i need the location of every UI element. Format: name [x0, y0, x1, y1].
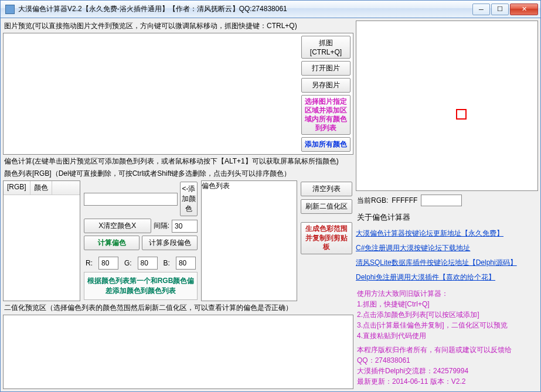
- usage-line: 4.直接粘贴到代码使用: [357, 330, 537, 341]
- clear-color-button[interactable]: X清空颜色X: [84, 219, 151, 233]
- usage-line: 最新更新：2014-06-11 版本：V2.2: [357, 376, 537, 387]
- preview-label: 图片预览(可以直接拖动图片文件到预览区，方向键可以微调鼠标移动，抓图快捷键：CT…: [3, 21, 353, 32]
- titlebar[interactable]: 大漠偏色计算器V2.2【永久免费-浴火插件通用】【作者：清风抚断云】QQ:274…: [1, 1, 540, 18]
- left-panel: 图片预览(可以直接拖动图片文件到预览区，方向键可以微调鼠标移动，抓图快捷键：CT…: [3, 21, 353, 389]
- usage-line: QQ：274838061: [357, 355, 537, 366]
- refresh-bin-button[interactable]: 刷新二值化区: [301, 199, 352, 214]
- deviation-header: 偏色列表: [202, 181, 297, 191]
- usage-line: 本程序版权归作者所有，有问题或建议可以反馈给: [357, 345, 537, 355]
- minimize-button[interactable]: ─: [472, 4, 490, 15]
- maximize-button[interactable]: ☐: [491, 4, 509, 15]
- add-all-colors-button[interactable]: 添加所有颜色: [301, 137, 351, 152]
- close-button[interactable]: ✕: [510, 4, 538, 15]
- right-panel: 当前RGB: FFFFFF 关于偏色计算器 大漠偏色计算器按键论坛更新地址【永久…: [356, 21, 538, 389]
- save-image-button[interactable]: 另存图片: [301, 78, 351, 93]
- usage-line: 2.点击添加颜色到列表[可以按区域添加]: [357, 309, 537, 320]
- add-color-button[interactable]: <-添加颜色: [180, 182, 198, 216]
- link-1[interactable]: 大漠偏色计算器按键论坛更新地址【永久免费】: [356, 227, 538, 240]
- calc-multi-button[interactable]: 计算多段偏色: [142, 236, 198, 250]
- col-rgb[interactable]: [RGB]: [4, 181, 30, 195]
- link-3[interactable]: 清风SQLite数据库插件按键论坛地址【Delphi源码】: [356, 257, 538, 269]
- select-region-button[interactable]: 选择图片指定区域并添加区域内所有颜色到列表: [301, 95, 351, 135]
- binarize-preview[interactable]: [3, 315, 353, 389]
- color-list-header: [RGB] 颜色: [4, 181, 80, 195]
- capture-button[interactable]: 抓图[CTRL+Q]: [301, 36, 351, 59]
- preview-buttons: 抓图[CTRL+Q] 打开图片 另存图片 选择图片指定区域并添加区域内所有颜色到…: [299, 33, 353, 154]
- rgb-offsets: R: G: B:: [84, 257, 198, 270]
- list-hint-label: 颜色列表[RGB]（Del键可直接删除，可按Ctrl或者Shift键多选删除，点…: [3, 168, 353, 179]
- interval-label: 间隔:: [154, 221, 169, 231]
- color-list[interactable]: [RGB] 颜色: [3, 180, 80, 301]
- app-window: 大漠偏色计算器V2.2【永久免费-浴火插件通用】【作者：清风抚断云】QQ:274…: [0, 0, 541, 392]
- usage-line: 使用方法大致同旧版计算器：: [357, 288, 537, 299]
- window-title: 大漠偏色计算器V2.2【永久免费-浴火插件通用】【作者：清风抚断云】QQ:274…: [18, 4, 471, 14]
- deviation-list[interactable]: 偏色列表: [201, 180, 297, 301]
- usage-line: 1.抓图，快捷键[Ctrl+Q]: [357, 299, 537, 309]
- rgb-hint-button[interactable]: 根据颜色列表第一个和RGB颜色偏差添加颜色到颜色列表: [84, 272, 198, 300]
- app-icon: [5, 5, 15, 14]
- link-2[interactable]: C#免注册调用大漠按键论坛下载地址: [356, 242, 538, 254]
- usage-text: 使用方法大致同旧版计算器： 1.抓图，快捷键[Ctrl+Q] 2.点击添加颜色到…: [356, 286, 538, 389]
- interval-input[interactable]: [172, 220, 198, 233]
- gen-range-button[interactable]: 生成色彩范围并复制到剪贴板: [301, 222, 352, 254]
- usage-line: 3.点击[计算最佳偏色并复制]，二值化区可以预览: [357, 320, 537, 330]
- g-input[interactable]: [138, 257, 158, 270]
- image-preview-area: 抓图[CTRL+Q] 打开图片 另存图片 选择图片指定区域并添加区域内所有颜色到…: [3, 33, 353, 155]
- magnifier-preview[interactable]: [356, 21, 538, 191]
- col-deviation[interactable]: 偏色列表: [202, 182, 230, 190]
- current-rgb-label: 当前RGB:: [357, 196, 388, 206]
- g-label: G:: [124, 259, 132, 267]
- image-preview[interactable]: [4, 33, 299, 154]
- usage-line: 大漠插件Delphi交流群：242579994: [357, 366, 537, 376]
- calc-deviation-button[interactable]: 计算偏色: [84, 236, 139, 250]
- middle-row: [RGB] 颜色 <-添加颜色 X清空颜色X 间隔: 计算: [3, 180, 353, 301]
- crosshair-icon: [456, 109, 467, 120]
- calc-hint-label: 偏色计算(左键单击图片预览区可添加颜色到列表，或者鼠标移动按下【ALT+1】可以…: [3, 156, 353, 167]
- color-input[interactable]: [84, 193, 178, 206]
- about-label: 关于偏色计算器: [356, 210, 538, 225]
- current-rgb-value: FFFFFF: [392, 196, 417, 204]
- b-input[interactable]: [176, 257, 196, 270]
- r-input[interactable]: [98, 257, 118, 270]
- controls-column: <-添加颜色 X清空颜色X 间隔: 计算偏色 计算多段偏色 R:: [83, 180, 199, 301]
- current-rgb-row: 当前RGB: FFFFFF: [356, 193, 538, 207]
- col-color[interactable]: 颜色: [30, 181, 52, 195]
- current-color-swatch: [421, 195, 462, 206]
- client-area: 图片预览(可以直接拖动图片文件到预览区，方向键可以微调鼠标移动，抓图快捷键：CT…: [1, 18, 540, 391]
- open-image-button[interactable]: 打开图片: [301, 61, 351, 76]
- link-4[interactable]: Delphi免注册调用大漠插件【喜欢的给个花】: [356, 271, 538, 284]
- bin-hint-label: 二值化预览区（选择偏色列表的颜色范围然后刷新二值化区，可以查看计算的偏色是否正确…: [3, 302, 353, 313]
- b-label: B:: [164, 259, 170, 267]
- clear-list-button[interactable]: 清空列表: [301, 182, 352, 196]
- side-buttons: 清空列表 刷新二值化区 生成色彩范围并复制到剪贴板: [300, 180, 353, 301]
- r-label: R:: [86, 259, 93, 267]
